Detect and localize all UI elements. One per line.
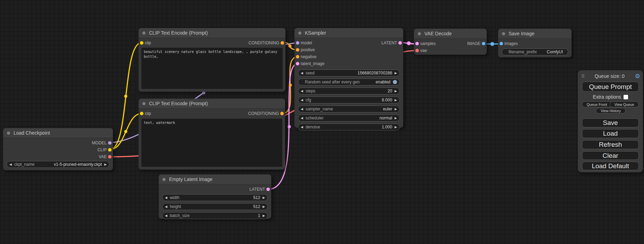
decrement-arrow-icon[interactable]: ◀ bbox=[301, 72, 303, 75]
samples-input-port[interactable] bbox=[415, 42, 419, 45]
seed-widget[interactable]: ◀ seed 156680208700286 ▶ bbox=[298, 70, 400, 76]
denoise-widget[interactable]: ◀ denoise 1.000 ▶ bbox=[298, 124, 400, 130]
collapse-dot-icon[interactable] bbox=[7, 132, 10, 135]
increment-arrow-icon[interactable]: ▶ bbox=[263, 205, 265, 208]
clip-output-port[interactable] bbox=[108, 148, 112, 152]
save-image-node[interactable]: Save Image images filename_prefix ComfyU… bbox=[498, 29, 572, 57]
collapse-dot-icon[interactable] bbox=[418, 32, 421, 35]
queue-prompt-button[interactable]: Queue Prompt bbox=[582, 82, 639, 92]
increment-arrow-icon[interactable]: ▶ bbox=[395, 90, 397, 93]
increment-arrow-icon[interactable]: ▶ bbox=[263, 196, 265, 199]
widget-label: batch_size bbox=[170, 213, 189, 218]
increment-arrow-icon[interactable]: ▶ bbox=[395, 108, 397, 111]
ksampler-node[interactable]: KSampler model LATENT positive negative … bbox=[294, 28, 403, 128]
collapse-dot-icon[interactable] bbox=[502, 32, 505, 35]
increment-arrow-icon[interactable]: ▶ bbox=[395, 72, 397, 75]
collapse-dot-icon[interactable] bbox=[298, 31, 301, 35]
widget-value: v1-5-pruned-emaonly.ckpt bbox=[54, 162, 102, 167]
widget-label: seed bbox=[306, 71, 315, 75]
node-title: Empty Latent Image bbox=[169, 174, 212, 184]
latent-output-label: LATENT bbox=[249, 187, 265, 192]
node-title-bar[interactable]: CLIP Text Encode (Prompt) bbox=[139, 99, 285, 109]
decrement-arrow-icon[interactable]: ◀ bbox=[301, 117, 303, 120]
widget-label: denoise bbox=[306, 125, 320, 129]
node-title-bar[interactable]: Load Checkpoint bbox=[3, 128, 113, 138]
filename-prefix-widget[interactable]: filename_prefix ComfyUI bbox=[502, 48, 568, 55]
node-title-bar[interactable]: CLIP Text Encode (Prompt) bbox=[139, 28, 285, 38]
queue-size-label: Queue size: 0 bbox=[584, 73, 635, 79]
batch-size-widget[interactable]: ◀ batch_size 1 ▶ bbox=[162, 212, 268, 219]
vae-output-port[interactable] bbox=[108, 155, 112, 159]
save-button[interactable]: Save bbox=[582, 118, 639, 127]
toggle-indicator-icon[interactable] bbox=[393, 80, 397, 84]
refresh-button[interactable]: Refresh bbox=[582, 140, 639, 149]
view-queue-button[interactable]: View Queue bbox=[610, 101, 639, 107]
sampler-name-widget[interactable]: ◀ sampler_name euler ▶ bbox=[298, 106, 400, 112]
queue-front-button[interactable]: Queue Front bbox=[582, 101, 612, 107]
vae-input-port[interactable] bbox=[415, 49, 419, 52]
model-output-port[interactable] bbox=[108, 141, 112, 145]
link-midpoint-dot bbox=[491, 42, 494, 46]
vae-decode-node[interactable]: VAE Decode samples IMAGE vae bbox=[414, 29, 487, 55]
latent-image-input-port[interactable] bbox=[296, 62, 299, 65]
load-button[interactable]: Load bbox=[582, 129, 639, 138]
negative-input-port[interactable] bbox=[296, 55, 299, 58]
decrement-arrow-icon[interactable]: ◀ bbox=[165, 214, 167, 217]
empty-latent-image-node[interactable]: Empty Latent Image LATENT ◀ width 512 ▶ … bbox=[159, 174, 271, 219]
view-history-button[interactable]: View History bbox=[596, 108, 626, 114]
widget-value: 1 bbox=[258, 213, 260, 218]
image-output-port[interactable] bbox=[482, 42, 485, 45]
clip-input-port[interactable] bbox=[140, 112, 143, 115]
positive-input-port[interactable] bbox=[296, 48, 299, 52]
width-widget[interactable]: ◀ width 512 ▶ bbox=[162, 194, 268, 201]
collapse-dot-icon[interactable] bbox=[162, 178, 166, 181]
clip-text-encode-negative-node[interactable]: CLIP Text Encode (Prompt) clip CONDITION… bbox=[139, 99, 285, 170]
clip-input-port[interactable] bbox=[140, 41, 143, 45]
increment-arrow-icon[interactable]: ▶ bbox=[395, 126, 397, 129]
increment-arrow-icon[interactable]: ▶ bbox=[395, 99, 397, 102]
widget-label: filename_prefix bbox=[509, 49, 537, 54]
widget-label: Random seed after every gen bbox=[305, 80, 360, 84]
images-input-port[interactable] bbox=[500, 42, 503, 45]
positive-prompt-textarea[interactable]: beautiful scenery nature glass bottle la… bbox=[141, 48, 283, 89]
widget-value: 512 bbox=[253, 204, 260, 209]
decrement-arrow-icon[interactable]: ◀ bbox=[165, 196, 167, 199]
collapse-dot-icon[interactable] bbox=[142, 31, 145, 35]
node-title-bar[interactable]: Save Image bbox=[498, 29, 572, 39]
height-widget[interactable]: ◀ height 512 ▶ bbox=[162, 203, 268, 210]
clear-button[interactable]: Clear bbox=[582, 151, 639, 160]
node-title-bar[interactable]: VAE Decode bbox=[414, 29, 487, 39]
drag-handle-icon[interactable]: ⠿ bbox=[581, 74, 584, 79]
negative-prompt-textarea[interactable]: text, watermark bbox=[141, 119, 282, 167]
decrement-arrow-icon[interactable]: ◀ bbox=[301, 108, 303, 111]
model-input-port[interactable] bbox=[296, 41, 299, 45]
conditioning-output-port[interactable] bbox=[280, 112, 284, 115]
decrement-arrow-icon[interactable]: ◀ bbox=[301, 90, 303, 93]
scheduler-widget[interactable]: ◀ scheduler normal ▶ bbox=[298, 115, 400, 121]
widget-label: ckpt_name bbox=[14, 162, 35, 167]
collapse-dot-icon[interactable] bbox=[142, 102, 145, 105]
cfg-widget[interactable]: ◀ cfg 8.000 ▶ bbox=[298, 97, 400, 103]
node-title-bar[interactable]: KSampler bbox=[294, 28, 403, 38]
extra-options-checkbox[interactable] bbox=[624, 95, 628, 99]
node-title-bar[interactable]: Empty Latent Image bbox=[159, 174, 271, 184]
steps-widget[interactable]: ◀ steps 20 ▶ bbox=[298, 88, 400, 94]
latent-output-port[interactable] bbox=[266, 188, 270, 191]
increment-arrow-icon[interactable]: ▶ bbox=[395, 117, 397, 120]
settings-gear-icon[interactable]: ⚙ bbox=[635, 73, 640, 79]
random-seed-toggle-widget[interactable]: Random seed after every gen enabled bbox=[298, 79, 400, 85]
clip-text-encode-positive-node[interactable]: CLIP Text Encode (Prompt) clip CONDITION… bbox=[139, 28, 285, 92]
decrement-arrow-icon[interactable]: ◀ bbox=[301, 126, 303, 129]
decrement-arrow-icon[interactable]: ◀ bbox=[165, 205, 167, 208]
load-checkpoint-node[interactable]: Load Checkpoint MODEL CLIP VAE ◀ ckpt_na… bbox=[3, 128, 113, 170]
increment-arrow-icon[interactable]: ▶ bbox=[263, 214, 265, 217]
decrement-arrow-icon[interactable]: ◀ bbox=[9, 163, 12, 166]
widget-value: ComfyUI bbox=[547, 49, 563, 54]
conditioning-output-port[interactable] bbox=[281, 41, 284, 45]
comfyui-canvas[interactable]: Load Checkpoint MODEL CLIP VAE ◀ ckpt_na… bbox=[0, 0, 644, 244]
decrement-arrow-icon[interactable]: ◀ bbox=[301, 99, 303, 102]
increment-arrow-icon[interactable]: ▶ bbox=[104, 163, 107, 166]
ckpt-name-widget[interactable]: ◀ ckpt_name v1-5-pruned-emaonly.ckpt ▶ bbox=[7, 161, 109, 168]
latent-output-port[interactable] bbox=[398, 41, 402, 45]
load-default-button[interactable]: Load Default bbox=[582, 162, 639, 170]
